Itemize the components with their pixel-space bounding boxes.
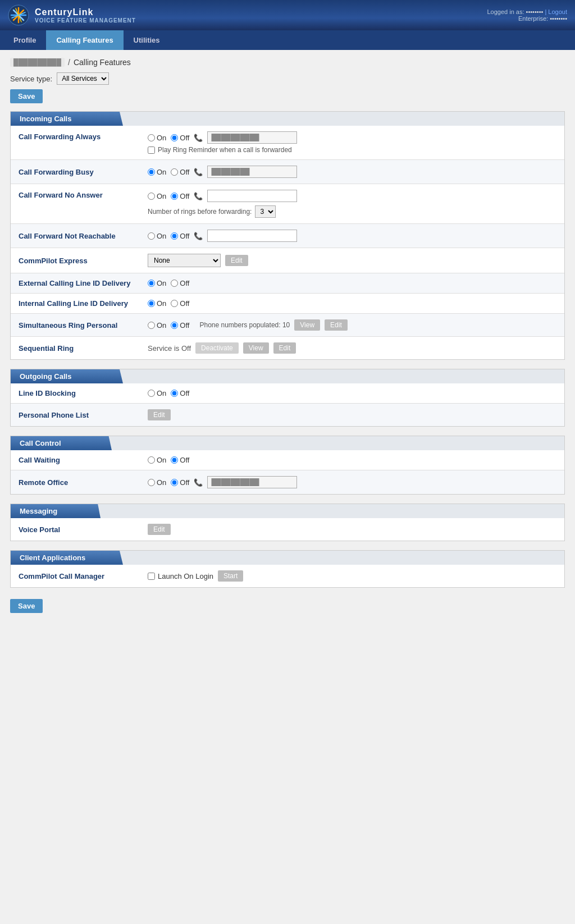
cfna-on-label[interactable]: On <box>148 192 166 200</box>
ccm-label: CommPilot Call Manager <box>19 572 148 580</box>
icid-controls: On Off <box>148 299 189 308</box>
cfna-rings-select[interactable]: 31245 <box>255 205 276 218</box>
ecid-on-label[interactable]: On <box>148 279 166 287</box>
cfna-on-radio[interactable] <box>148 193 155 200</box>
ccm-launch-checkbox[interactable] <box>148 573 155 580</box>
cfnr-off-label[interactable]: Off <box>171 232 189 240</box>
ro-on-label[interactable]: On <box>148 478 166 487</box>
seqr-edit-button[interactable]: Edit <box>273 342 296 354</box>
cfb-off-radio[interactable] <box>171 168 178 176</box>
cfnr-off-radio[interactable] <box>171 232 178 240</box>
seqr-view-button[interactable]: View <box>243 342 269 354</box>
cfb-on-radio[interactable] <box>148 168 155 176</box>
srp-off-label[interactable]: Off <box>171 321 189 330</box>
cfna-off-radio[interactable] <box>171 193 178 200</box>
cfnr-on-radio[interactable] <box>148 232 155 240</box>
cw-off-radio[interactable] <box>171 456 178 464</box>
ro-controls: On Off 📞 <box>148 476 297 488</box>
vp-edit-button[interactable]: Edit <box>148 524 171 535</box>
ecid-off-radio[interactable] <box>171 280 178 287</box>
ro-phone-input[interactable] <box>207 476 297 488</box>
cfa-ring-reminder-label[interactable]: Play Ring Reminder when a call is forwar… <box>148 146 297 154</box>
commpilot-express-edit-button[interactable]: Edit <box>225 255 248 266</box>
srp-on-radio[interactable] <box>148 322 155 329</box>
cfa-on-radio[interactable] <box>148 134 155 141</box>
cfna-off-label[interactable]: Off <box>171 192 189 200</box>
call-control-header: Call Control <box>11 436 112 450</box>
srp-phone-numbers-label: Phone numbers populated: 10 <box>199 321 290 329</box>
service-type-select[interactable]: All Services <box>57 72 109 85</box>
cfa-phone-input[interactable] <box>207 131 297 144</box>
call-forwarding-always-row: Call Forwarding Always On Off 📞 Play Rin… <box>11 126 564 160</box>
ro-on-radio[interactable] <box>148 479 155 486</box>
sequential-ring-row: Sequential Ring Service is Off Deactivat… <box>11 337 564 359</box>
cfb-phone-icon: 📞 <box>194 168 203 176</box>
cfna-phone-input[interactable] <box>207 190 297 202</box>
cfnr-phone-input[interactable] <box>207 230 297 242</box>
lib-off-radio[interactable] <box>171 390 178 397</box>
srp-view-button[interactable]: View <box>294 319 320 331</box>
header-title: VOICE FEATURE MANAGEMENT <box>35 17 136 24</box>
tab-calling-features[interactable]: Calling Features <box>46 30 123 50</box>
client-applications-header: Client Applications <box>11 551 123 565</box>
client-applications-header-wrap: Client Applications <box>11 551 564 565</box>
icid-on-radio[interactable] <box>148 300 155 307</box>
external-calling-line-id-row: External Calling Line ID Delivery On Off <box>11 273 564 294</box>
cfnr-on-label[interactable]: On <box>148 232 166 240</box>
cw-off-label[interactable]: Off <box>171 456 189 464</box>
logged-in-label: Logged in as: <box>487 8 524 15</box>
enterprise-label: Enterprise: <box>518 15 548 22</box>
ro-off-label[interactable]: Off <box>171 478 189 487</box>
icid-on-label[interactable]: On <box>148 299 166 308</box>
logout-link[interactable]: | Logout <box>545 8 567 15</box>
cfb-on-label[interactable]: On <box>148 168 166 176</box>
ro-off-radio[interactable] <box>171 479 178 486</box>
call-waiting-row: Call Waiting On Off <box>11 450 564 470</box>
cfa-on-label[interactable]: On <box>148 134 166 142</box>
icid-label: Internal Calling Line ID Delivery <box>19 299 148 308</box>
ecid-off-label[interactable]: Off <box>171 279 189 287</box>
breadcrumb-user: ██████████ <box>10 58 65 67</box>
cfb-controls: On Off 📞 <box>148 166 297 178</box>
save-button-top[interactable]: Save <box>10 89 43 103</box>
client-applications-section: Client Applications CommPilot Call Manag… <box>10 550 565 588</box>
commpilot-express-select[interactable]: None Available In Office Available Out o… <box>148 254 221 267</box>
lib-off-label[interactable]: Off <box>171 389 189 397</box>
breadcrumb-page: Calling Features <box>74 58 131 67</box>
cfa-off-label[interactable]: Off <box>171 134 189 142</box>
srp-off-radio[interactable] <box>171 322 178 329</box>
nav-bar: Profile Calling Features Utilities <box>0 30 575 50</box>
ppl-edit-button[interactable]: Edit <box>148 409 171 420</box>
call-forward-not-reachable-row: Call Forward Not Reachable On Off 📞 <box>11 224 564 248</box>
cfb-phone-input[interactable] <box>207 166 297 178</box>
lib-on-radio[interactable] <box>148 390 155 397</box>
ecid-on-radio[interactable] <box>148 280 155 287</box>
cfnr-phone-icon: 📞 <box>194 232 203 240</box>
seqr-deactivate-button[interactable]: Deactivate <box>195 342 239 354</box>
logged-in-user: •••••••• <box>526 8 544 15</box>
cw-controls: On Off <box>148 456 189 464</box>
tab-utilities[interactable]: Utilities <box>124 30 170 50</box>
icid-off-label[interactable]: Off <box>171 299 189 308</box>
messaging-header: Messaging <box>11 504 101 518</box>
icid-off-radio[interactable] <box>171 300 178 307</box>
cfa-off-radio[interactable] <box>171 134 178 141</box>
cfa-ring-reminder-checkbox[interactable] <box>148 147 155 154</box>
srp-on-label[interactable]: On <box>148 321 166 330</box>
ccm-launch-label[interactable]: Launch On Login <box>148 572 213 580</box>
cw-on-label[interactable]: On <box>148 456 166 464</box>
cfb-off-label[interactable]: Off <box>171 168 189 176</box>
seqr-service-off: Service is Off <box>148 344 191 353</box>
line-id-blocking-row: Line ID Blocking On Off <box>11 383 564 404</box>
remote-office-row: Remote Office On Off 📞 <box>11 470 564 494</box>
ccm-start-button[interactable]: Start <box>218 570 243 582</box>
tab-profile[interactable]: Profile <box>3 30 46 50</box>
cw-on-radio[interactable] <box>148 456 155 464</box>
save-button-bottom[interactable]: Save <box>10 599 43 613</box>
lib-label: Line ID Blocking <box>19 389 148 397</box>
cfna-rings-label: Number of rings before forwarding: <box>148 208 252 216</box>
vp-label: Voice Portal <box>19 525 148 534</box>
lib-on-label[interactable]: On <box>148 389 166 397</box>
srp-edit-button[interactable]: Edit <box>325 319 348 331</box>
cfnr-label: Call Forward Not Reachable <box>19 232 148 240</box>
